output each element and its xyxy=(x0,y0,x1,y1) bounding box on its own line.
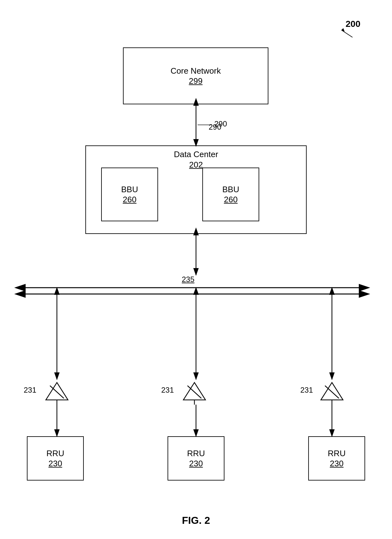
bbu-left-label: BBU xyxy=(121,184,138,195)
svg-marker-14 xyxy=(341,28,345,32)
svg-marker-6 xyxy=(321,383,343,400)
figure-label: FIG. 2 xyxy=(182,515,210,526)
core-network-box: Core Network 299 xyxy=(123,47,268,104)
bbu-right-ref: 260 xyxy=(224,195,237,205)
bbu-right-box: BBU 260 xyxy=(202,168,259,221)
data-center-label-area: Data Center 202 xyxy=(86,149,306,170)
antenna-left xyxy=(44,379,70,405)
data-center-ref: 202 xyxy=(189,160,203,170)
svg-line-4 xyxy=(187,386,201,398)
diagram: 200 Core Network 299 Data Center 202 BBU… xyxy=(0,0,392,539)
svg-line-7 xyxy=(325,386,339,398)
figure-number: 200 xyxy=(346,19,360,29)
rru-left-box: RRU 230 xyxy=(27,436,84,481)
svg-line-13 xyxy=(341,30,352,37)
bbu-left-box: BBU 260 xyxy=(101,168,158,221)
bbu-left-ref: 260 xyxy=(123,195,136,205)
data-center-label: Data Center xyxy=(174,149,218,160)
core-network-label: Core Network xyxy=(171,66,221,77)
rru-right-label: RRU xyxy=(328,448,346,459)
svg-marker-0 xyxy=(46,383,68,400)
rru-right-ref: 230 xyxy=(330,459,343,469)
rru-center-ref: 230 xyxy=(189,459,203,469)
ref-231-right: 231 xyxy=(300,386,313,395)
bbu-right-label: BBU xyxy=(222,184,239,195)
antenna-right xyxy=(319,379,345,405)
rru-left-label: RRU xyxy=(46,448,64,459)
core-network-ref: 299 xyxy=(189,76,202,86)
ref-231-center: 231 xyxy=(161,386,174,395)
svg-marker-3 xyxy=(183,383,205,400)
rru-center-label: RRU xyxy=(187,448,205,459)
svg-line-1 xyxy=(50,386,64,398)
ref-231-left: 231 xyxy=(24,386,36,395)
rru-center-box: RRU 230 xyxy=(168,436,224,481)
rru-right-box: RRU 230 xyxy=(308,436,365,481)
antenna-center xyxy=(182,379,207,405)
ref-290: 290 xyxy=(209,123,221,132)
ref-235: 235 xyxy=(182,275,194,284)
rru-left-ref: 230 xyxy=(48,459,62,469)
